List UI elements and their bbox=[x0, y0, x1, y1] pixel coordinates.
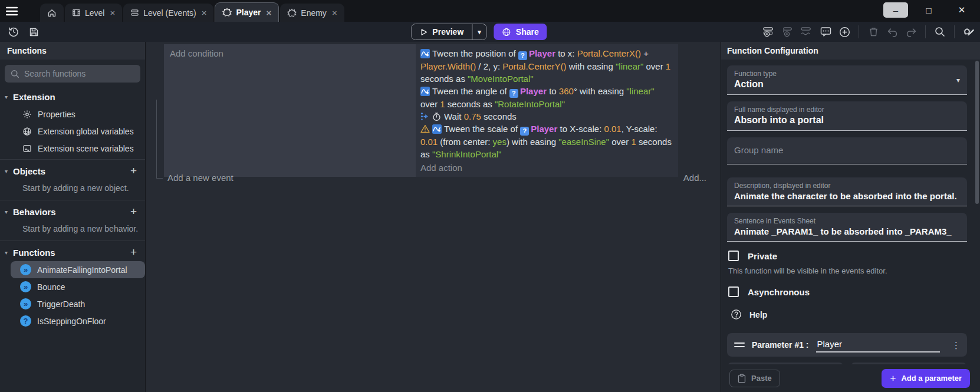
divider bbox=[0, 159, 145, 160]
sidebar-item-extension-global-variables[interactable]: Extension global variables bbox=[0, 123, 145, 140]
tab-label: Level bbox=[85, 8, 104, 18]
sidebar-item-extension-scene-variables[interactable]: Extension scene variables bbox=[0, 140, 145, 157]
chevron-down-icon: ▾ bbox=[5, 209, 13, 215]
comment-icon[interactable] bbox=[819, 25, 832, 38]
tab-player[interactable]: Player × bbox=[215, 2, 279, 22]
share-button[interactable]: Share bbox=[494, 24, 547, 40]
kebab-menu-icon[interactable]: ⋮ bbox=[952, 344, 960, 347]
sidebar-item-properties[interactable]: Properties bbox=[0, 106, 145, 123]
edit-extension-icon[interactable] bbox=[962, 25, 975, 38]
add-subevent-icon[interactable] bbox=[781, 25, 794, 38]
chevron-down-icon[interactable]: ▾ bbox=[472, 28, 486, 36]
private-checkbox[interactable] bbox=[728, 251, 739, 261]
add-function-button[interactable]: + bbox=[128, 246, 139, 259]
private-help-text: This function will be visible in the eve… bbox=[728, 266, 966, 275]
events-sheet: Add condition Tween the position of ?Pla… bbox=[146, 42, 721, 392]
paste-button[interactable]: Paste bbox=[729, 370, 780, 387]
tween-icon bbox=[420, 49, 430, 58]
function-item-issteppingonfloor[interactable]: ? IsSteppingOnFloor bbox=[0, 312, 145, 330]
event-block[interactable]: Add condition Tween the position of ?Pla… bbox=[164, 44, 678, 177]
object-chip-icon: ? bbox=[509, 89, 518, 98]
tab-home[interactable] bbox=[40, 4, 64, 22]
help-button[interactable]: Help bbox=[731, 309, 966, 320]
divider bbox=[0, 241, 145, 241]
tab-level-events[interactable]: Level (Events) × bbox=[123, 4, 213, 22]
tab-enemy[interactable]: Enemy × bbox=[280, 4, 344, 22]
minimize-button[interactable]: – bbox=[883, 2, 908, 18]
behaviors-empty-text: Start by adding a new behavior. bbox=[0, 220, 145, 238]
object-icon bbox=[222, 8, 232, 17]
section-extension[interactable]: ▾ Extension bbox=[0, 88, 145, 106]
close-icon[interactable]: × bbox=[332, 8, 337, 18]
undo-icon[interactable] bbox=[886, 25, 899, 38]
help-icon bbox=[731, 309, 742, 320]
add-new-event-button[interactable]: Add a new event bbox=[167, 173, 234, 183]
sentence-field[interactable]: Sentence in Events Sheet Animate _PARAM1… bbox=[727, 213, 967, 242]
object-chip-icon: ? bbox=[518, 51, 527, 60]
action-function-icon: » bbox=[20, 281, 31, 292]
search-functions-box[interactable] bbox=[5, 65, 140, 83]
event-action[interactable]: Tween the angle of ?Player to 360° with … bbox=[420, 85, 673, 110]
add-action-placeholder[interactable]: Add action bbox=[420, 162, 673, 174]
menu-icon[interactable] bbox=[0, 0, 24, 22]
parameter-card[interactable]: Parameter #1 : Player ⋮ bbox=[727, 333, 967, 357]
scrollbar-thumb[interactable] bbox=[975, 61, 979, 204]
scene-icon bbox=[72, 8, 81, 17]
section-functions[interactable]: ▾ Functions + bbox=[0, 243, 145, 261]
history-icon[interactable] bbox=[7, 25, 20, 38]
asynchronous-checkbox-row[interactable]: Asynchronous bbox=[728, 286, 966, 297]
function-item-bounce[interactable]: » Bounce bbox=[0, 278, 145, 295]
globe-icon bbox=[22, 127, 32, 136]
function-configuration-panel: Function Configuration Function type Act… bbox=[721, 42, 980, 392]
chevron-down-icon: ▾ bbox=[5, 94, 13, 100]
tab-level[interactable]: Level × bbox=[65, 4, 122, 22]
asynchronous-checkbox[interactable] bbox=[728, 286, 739, 297]
function-item-animatefallingintoportal[interactable]: » AnimateFallingIntoPortal bbox=[11, 261, 145, 278]
section-behaviors[interactable]: ▾ Behaviors + bbox=[0, 203, 145, 220]
event-action[interactable]: Tween the position of ?Player to x: Port… bbox=[420, 47, 673, 85]
add-behavior-button[interactable]: + bbox=[128, 205, 139, 218]
function-type-select[interactable]: Function type Action ▾ bbox=[727, 65, 967, 95]
save-icon[interactable] bbox=[27, 25, 40, 38]
close-icon[interactable]: × bbox=[202, 8, 207, 18]
actions-list: Tween the position of ?Player to x: Port… bbox=[420, 47, 673, 160]
tab-label: Enemy bbox=[301, 8, 327, 18]
event-action[interactable]: Wait 0.75 seconds bbox=[420, 110, 673, 123]
maximize-button[interactable]: □ bbox=[916, 2, 941, 18]
object-icon bbox=[287, 8, 297, 18]
event-action[interactable]: Tween the scale of ?Player to X-scale: 0… bbox=[420, 123, 673, 160]
description-field[interactable]: Description, displayed in editor Animate… bbox=[727, 177, 967, 206]
add-event-icon[interactable] bbox=[762, 25, 775, 38]
divider bbox=[0, 200, 145, 200]
events-icon bbox=[130, 8, 139, 17]
add-object-button[interactable]: + bbox=[128, 164, 139, 177]
scene-variables-icon bbox=[22, 144, 32, 153]
close-window-button[interactable]: ✕ bbox=[949, 2, 974, 18]
search-icon[interactable] bbox=[933, 25, 946, 38]
private-checkbox-row[interactable]: Private bbox=[728, 251, 966, 261]
preview-button[interactable]: Preview ▾ bbox=[411, 24, 486, 40]
add-parameter-button[interactable]: + Add a parameter bbox=[882, 369, 970, 388]
redo-icon[interactable] bbox=[905, 25, 917, 38]
close-icon[interactable]: × bbox=[110, 8, 115, 18]
panel-bottom-bar: Paste + Add a parameter bbox=[721, 364, 980, 392]
add-other-event-icon[interactable] bbox=[800, 25, 813, 38]
trash-icon[interactable] bbox=[867, 25, 880, 38]
add-circle-icon[interactable] bbox=[838, 25, 851, 38]
add-condition-placeholder[interactable]: Add condition bbox=[170, 48, 223, 58]
tween-icon bbox=[420, 87, 430, 96]
functions-sidebar: Functions ▾ Extension Properties Extensi… bbox=[0, 42, 146, 392]
function-item-triggerdeath[interactable]: » TriggerDeath bbox=[0, 295, 145, 312]
add-more-button[interactable]: Add... bbox=[683, 173, 706, 183]
full-name-field[interactable]: Full name displayed in editor Absorb int… bbox=[727, 101, 967, 131]
search-functions-input[interactable] bbox=[24, 69, 134, 78]
close-icon[interactable]: × bbox=[267, 8, 272, 18]
event-actions-cell[interactable]: Tween the position of ?Player to x: Port… bbox=[416, 44, 678, 177]
event-conditions-cell[interactable]: Add condition bbox=[164, 44, 416, 177]
section-objects[interactable]: ▾ Objects + bbox=[0, 162, 145, 180]
parameter-name-input[interactable]: Player bbox=[816, 338, 940, 353]
drag-handle-icon[interactable] bbox=[734, 340, 745, 350]
panel-title: Function Configuration bbox=[721, 42, 980, 60]
group-name-field[interactable]: Group name bbox=[727, 137, 967, 164]
preview-label: Preview bbox=[432, 27, 463, 37]
